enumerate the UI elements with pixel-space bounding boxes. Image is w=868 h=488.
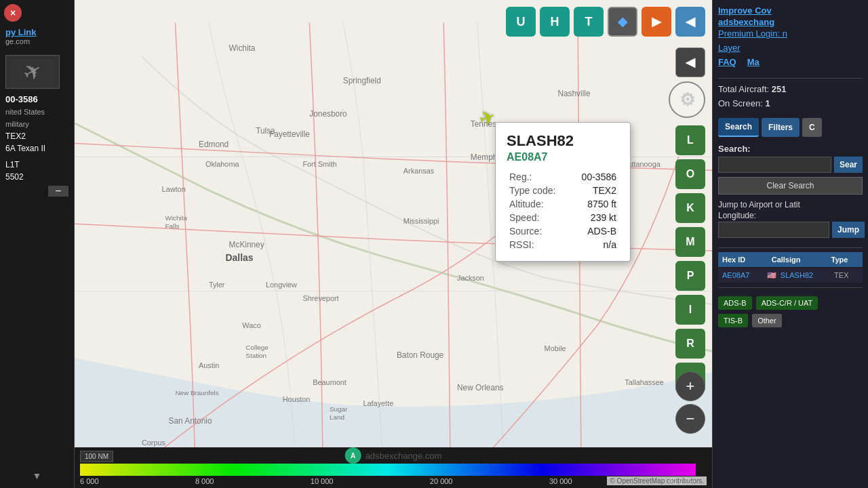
- copy-link[interactable]: py Link: [5, 27, 68, 37]
- divider-1: [718, 78, 863, 79]
- source-tisb[interactable]: TIS-B: [718, 314, 748, 327]
- btn-p[interactable]: P: [675, 261, 705, 291]
- btn-k[interactable]: K: [675, 193, 705, 223]
- settings-button[interactable]: ⚙: [669, 81, 705, 118]
- premium-login-link[interactable]: Premium Login: n: [718, 28, 863, 39]
- source-adsb[interactable]: ADS-B: [718, 296, 752, 310]
- svg-text:Tyler: Tyler: [209, 281, 225, 289]
- btn-l[interactable]: L: [675, 125, 705, 155]
- adsb-exchange-link[interactable]: adsbexchang: [718, 17, 863, 27]
- logo-circle-icon: A: [345, 447, 361, 464]
- map-link[interactable]: Ma: [747, 57, 760, 67]
- svg-text:Dallas: Dallas: [226, 252, 254, 263]
- col-type[interactable]: Type: [827, 252, 863, 267]
- popup-rssi-label: RSSI:: [507, 238, 572, 251]
- source-adsc[interactable]: ADS-C/R / UAT: [756, 296, 818, 310]
- stats-section: Total Aircraft: 251 On Screen: 1: [718, 83, 863, 111]
- svg-text:Corpus: Corpus: [142, 439, 166, 447]
- popup-source-value: ADS-B: [572, 224, 619, 238]
- source-tags-2: TIS-B Other: [718, 314, 863, 327]
- gear-icon: ⚙: [679, 89, 695, 110]
- svg-text:Edmond: Edmond: [199, 140, 229, 149]
- source-tags: ADS-B ADS-C/R / UAT: [718, 296, 863, 310]
- tab-filters[interactable]: Filters: [762, 118, 800, 137]
- svg-text:Waco: Waco: [242, 321, 260, 329]
- search-input-row: Sear: [718, 157, 863, 173]
- btn-back[interactable]: ◀: [675, 47, 705, 77]
- back-button-container: ◀: [675, 47, 705, 77]
- btn-o[interactable]: O: [675, 159, 705, 189]
- svg-text:Nashville: Nashville: [557, 89, 591, 98]
- popup-alt-value: 8750 ft: [572, 197, 619, 211]
- popup-rssi-value: n/a: [572, 238, 619, 251]
- popup-speed-row: Speed: 239 kt: [507, 211, 619, 224]
- aircraft-reg: 00-3586: [5, 94, 38, 104]
- source-other[interactable]: Other: [752, 314, 782, 327]
- faq-link[interactable]: FAQ: [718, 57, 736, 67]
- popup-alt-label: Altitude:: [507, 197, 572, 211]
- btn-u[interactable]: U: [506, 7, 536, 37]
- map-area[interactable]: Wichita Springfield Nashville Tennessee …: [75, 0, 712, 488]
- jump-button[interactable]: Jump: [832, 222, 865, 238]
- tab-search[interactable]: Search: [718, 118, 759, 137]
- alt-label-0: 6 000: [80, 477, 99, 485]
- svg-text:Baton Rouge: Baton Rouge: [397, 350, 444, 360]
- table-header: Hex ID Callsign Type: [718, 252, 863, 267]
- clear-search-button[interactable]: Clear Search: [718, 177, 863, 195]
- close-icon: ×: [10, 7, 16, 18]
- svg-text:Longview: Longview: [266, 281, 297, 289]
- search-input[interactable]: [718, 157, 831, 173]
- btn-h[interactable]: H: [540, 7, 570, 37]
- domain-text: ge.com: [5, 37, 68, 45]
- svg-text:New Orleans: New Orleans: [457, 383, 504, 392]
- btn-t[interactable]: T: [574, 7, 604, 37]
- svg-text:Shreveport: Shreveport: [302, 294, 338, 302]
- close-button[interactable]: ×: [4, 4, 22, 22]
- svg-text:Tallahassee: Tallahassee: [625, 378, 663, 386]
- logo-text: adsbexchange.com: [366, 451, 442, 461]
- total-aircraft-label: Total Aircraft:: [718, 84, 769, 94]
- search-label: Search:: [718, 144, 863, 154]
- zoom-out-button[interactable]: −: [675, 404, 705, 434]
- popup-type-value: TEX2: [572, 184, 619, 197]
- table-row[interactable]: AE08A7 🇺🇸 SLASH82 TEX: [718, 268, 863, 283]
- popup-reg-row: Reg.: 00-3586: [507, 170, 619, 184]
- jump-section: Jump to Airport or Latit Longitude: Jump: [718, 200, 863, 238]
- collapse-button[interactable]: −: [48, 186, 68, 197]
- popup-rssi-row: RSSI: n/a: [507, 238, 619, 251]
- popup-speed-value: 239 kt: [572, 211, 619, 224]
- btn-layers[interactable]: ◆: [608, 7, 637, 37]
- zoom-controls: + −: [675, 371, 705, 434]
- gear-button-container: ⚙: [669, 81, 705, 118]
- cell-hexid: AE08A7: [718, 268, 763, 282]
- svg-text:New Braunfels: New Braunfels: [175, 389, 218, 396]
- improve-coverage-link[interactable]: Improve Cov: [718, 5, 863, 16]
- tab-other[interactable]: C: [802, 118, 822, 137]
- btn-next[interactable]: ▶: [642, 7, 671, 37]
- svg-text:Oklahoma: Oklahoma: [205, 160, 240, 168]
- svg-text:Beaumont: Beaumont: [313, 378, 347, 386]
- aircraft-squawk: L1T: [5, 160, 20, 169]
- svg-text:Austin: Austin: [199, 361, 219, 369]
- layer-link[interactable]: Layer: [718, 43, 863, 53]
- aircraft-silhouette-icon: ✈: [18, 56, 47, 87]
- btn-m[interactable]: M: [675, 227, 705, 257]
- search-go-button[interactable]: Sear: [834, 157, 863, 173]
- tab-row: Search Filters C: [718, 118, 863, 137]
- svg-text:Wichita: Wichita: [165, 214, 188, 222]
- cell-type: TEX: [830, 268, 863, 282]
- jump-input[interactable]: [718, 222, 829, 238]
- btn-prev[interactable]: ◀: [675, 7, 705, 37]
- aircraft-popup[interactable]: SLASH82 AE08A7 Reg.: 00-3586 Type code: …: [495, 122, 631, 262]
- btn-i[interactable]: I: [675, 295, 705, 325]
- col-hexid[interactable]: Hex ID: [718, 252, 768, 267]
- svg-text:Lafayette: Lafayette: [363, 399, 393, 407]
- zoom-in-button[interactable]: +: [675, 371, 705, 401]
- svg-text:Tulsa: Tulsa: [256, 126, 275, 136]
- btn-r[interactable]: R: [675, 329, 705, 359]
- col-callsign[interactable]: Callsign: [768, 252, 827, 267]
- svg-text:Lawton: Lawton: [162, 185, 186, 193]
- svg-text:Sugar: Sugar: [330, 405, 348, 413]
- map-credit: © OpenStreetMap contributors.: [607, 476, 707, 485]
- cell-callsign: SLASH82: [776, 268, 830, 282]
